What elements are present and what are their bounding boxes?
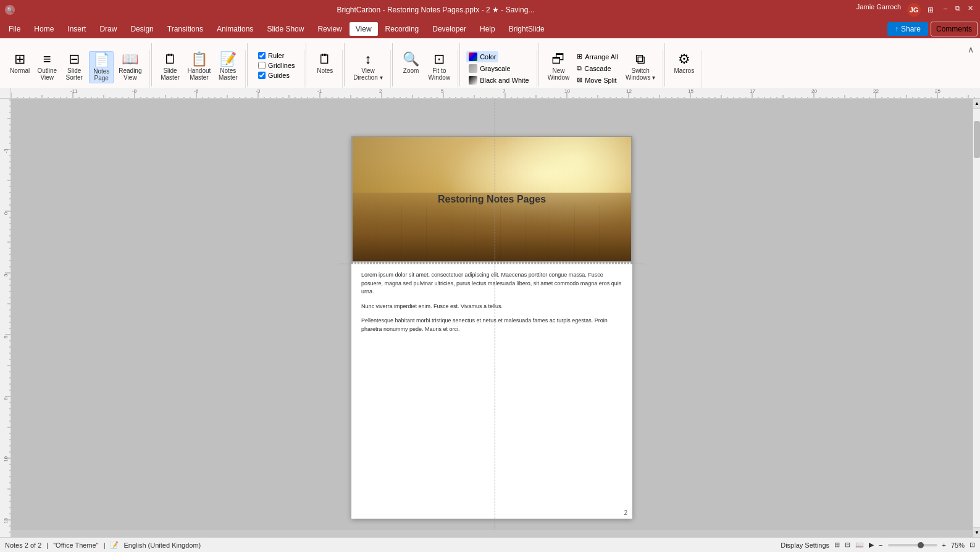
theme-info: "Office Theme" — [53, 542, 98, 549]
notes-paragraph-2: Nunc viverra imperdiet enim. Fusce est. … — [361, 303, 622, 311]
fit-page-button[interactable]: ⊡ — [970, 541, 975, 549]
zoom-out-button[interactable]: − — [879, 542, 882, 549]
slide-show-status[interactable]: ▶ — [869, 541, 874, 549]
ruler-checkbox-row[interactable]: Ruler — [257, 51, 285, 60]
menu-transitions[interactable]: Transitions — [161, 22, 209, 36]
menu-home[interactable]: Home — [28, 22, 60, 36]
ruler-checkbox[interactable] — [258, 52, 266, 59]
cascade-label: Cascade — [584, 65, 611, 72]
normal-view-button[interactable]: ⊞ Normal — [7, 51, 32, 75]
black-white-button[interactable]: Black and White — [466, 75, 531, 86]
notes-master-icon: 📝 — [220, 52, 237, 66]
scroll-bottom-controls: ▼ — [973, 527, 980, 537]
handout-master-icon: 📋 — [191, 52, 207, 66]
slide-master-icon: 🗒 — [164, 52, 177, 66]
statusbar-sep-2: | — [104, 542, 106, 549]
titlebar-user: Jamie Garroch — [856, 3, 901, 17]
notes-paragraph-3: Pellentesque habitant morbi tristique se… — [361, 317, 622, 333]
notes-paragraph-1: Lorem ipsum dolor sit amet, consectetuer… — [361, 271, 622, 296]
outline-view-button[interactable]: ≡ OutlineView — [35, 51, 59, 82]
notes-master-label: NotesMaster — [219, 67, 238, 81]
comments-button[interactable]: Comments — [931, 22, 978, 36]
new-window-label: NewWindow — [548, 67, 570, 81]
guides-checkbox-row[interactable]: Guides — [257, 71, 291, 80]
master-views-content: 🗒 SlideMaster 📋 HandoutMaster 📝 NotesMas… — [158, 51, 241, 89]
reading-view-status[interactable]: 📖 — [855, 541, 864, 549]
guide-horizontal — [339, 264, 645, 264]
slide-image-area[interactable]: Restoring Notes Pages — [351, 136, 632, 262]
normal-view-status[interactable]: ⊞ — [834, 541, 840, 549]
slide-sorter-button[interactable]: ⊟ SlideSorter — [62, 51, 86, 82]
switch-windows-button[interactable]: ⧉ SwitchWindows ▾ — [623, 51, 658, 82]
menu-review[interactable]: Review — [311, 22, 348, 36]
slide-sorter-status[interactable]: ⊟ — [845, 541, 850, 549]
handout-master-label: HandoutMaster — [188, 67, 211, 81]
grayscale-swatch — [469, 64, 477, 73]
zoom-percent[interactable]: 75% — [951, 542, 965, 549]
search-icon[interactable]: 🔍 — [5, 5, 15, 15]
menu-developer[interactable]: Developer — [426, 22, 472, 36]
move-split-button[interactable]: ⊠ Move Split — [574, 75, 621, 85]
reading-view-button[interactable]: 📖 ReadingView — [116, 51, 144, 82]
macros-content: ⚙ Macros — [671, 51, 697, 89]
minimize-button[interactable]: – — [940, 3, 950, 13]
gridlines-checkbox[interactable] — [258, 62, 266, 69]
menu-file[interactable]: File — [2, 22, 27, 36]
divider-4 — [392, 43, 393, 86]
menu-draw[interactable]: Draw — [93, 22, 123, 36]
menu-recording[interactable]: Recording — [379, 22, 425, 36]
display-settings-button[interactable]: Display Settings — [781, 542, 829, 549]
scrollbar-vertical[interactable]: ▲ ▼ — [973, 99, 980, 537]
close-button[interactable]: ✕ — [965, 3, 975, 13]
view-direction-button[interactable]: ↕ ViewDirection ▾ — [351, 51, 385, 82]
zoom-in-button[interactable]: + — [942, 542, 946, 549]
menu-brightslide[interactable]: BrightSlide — [503, 22, 551, 36]
share-button[interactable]: ↑ Share — [887, 22, 928, 36]
scroll-up-button[interactable]: ▲ — [973, 99, 980, 109]
zoom-button[interactable]: 🔍 Zoom — [399, 51, 424, 75]
new-window-button[interactable]: 🗗 NewWindow — [545, 51, 572, 82]
notes-page-button[interactable]: 📄 NotesPage — [89, 51, 114, 83]
page-number: 2 — [624, 509, 627, 516]
guides-checkbox[interactable] — [258, 72, 266, 79]
macros-button[interactable]: ⚙ Macros — [671, 51, 697, 75]
macros-label: Macros — [674, 67, 694, 74]
scroll-thumb[interactable] — [974, 121, 980, 158]
menu-animations[interactable]: Animations — [211, 22, 259, 36]
gridlines-checkbox-row[interactable]: Gridlines — [257, 61, 296, 70]
arrange-all-button[interactable]: ⊞ Arrange All — [574, 51, 621, 62]
cascade-button[interactable]: ⧉ Cascade — [574, 63, 621, 73]
scroll-down-button[interactable]: ▼ — [973, 527, 980, 537]
color-label: Color — [480, 53, 496, 61]
notes-area[interactable]: Lorem ipsum dolor sit amet, consectetuer… — [351, 263, 632, 347]
titlebar-title: BrightCarbon - Restoring Notes Pages.ppt… — [15, 6, 856, 14]
statusbar: Notes 2 of 2 | "Office Theme" Theme | 📝 … — [0, 537, 980, 552]
menu-design[interactable]: Design — [124, 22, 159, 36]
color-button[interactable]: Color — [466, 51, 498, 62]
notes-master-button[interactable]: 📝 NotesMaster — [216, 51, 240, 82]
menu-help[interactable]: Help — [474, 22, 501, 36]
slide-master-button[interactable]: 🗒 SlideMaster — [158, 51, 183, 82]
handout-master-button[interactable]: 📋 HandoutMaster — [185, 51, 214, 82]
color-content: Color Grayscale Black and White — [466, 51, 531, 89]
fit-to-window-button[interactable]: ⊡ Fit toWindow — [426, 51, 453, 82]
grayscale-button[interactable]: Grayscale — [466, 63, 513, 74]
titlebar-controls: Jamie Garroch JG ⊞ – ⧉ ✕ — [856, 3, 975, 17]
zoom-slider[interactable] — [888, 544, 937, 546]
restore-button[interactable]: ⧉ — [953, 3, 963, 13]
titlebar-grid-icon[interactable]: ⊞ — [923, 3, 938, 17]
user-avatar[interactable]: JG — [907, 3, 921, 17]
divider-7 — [664, 43, 665, 86]
canvas-area[interactable]: Restoring Notes Pages Lorem ipsum dolor … — [11, 99, 973, 530]
notes-button[interactable]: 🗒 Notes — [312, 51, 337, 75]
switch-windows-label: SwitchWindows ▾ — [626, 67, 655, 81]
main-area: Restoring Notes Pages Lorem ipsum dolor … — [0, 88, 980, 537]
proofing-icon: 📝 — [110, 541, 119, 549]
menu-insert[interactable]: Insert — [61, 22, 92, 36]
divider-2b — [306, 43, 306, 86]
menu-view[interactable]: View — [350, 22, 378, 36]
ruler-horizontal — [11, 88, 980, 99]
guides-label: Guides — [268, 72, 290, 79]
collapse-ribbon-button[interactable]: ∧ — [964, 43, 978, 56]
menu-slideshow[interactable]: Slide Show — [261, 22, 310, 36]
